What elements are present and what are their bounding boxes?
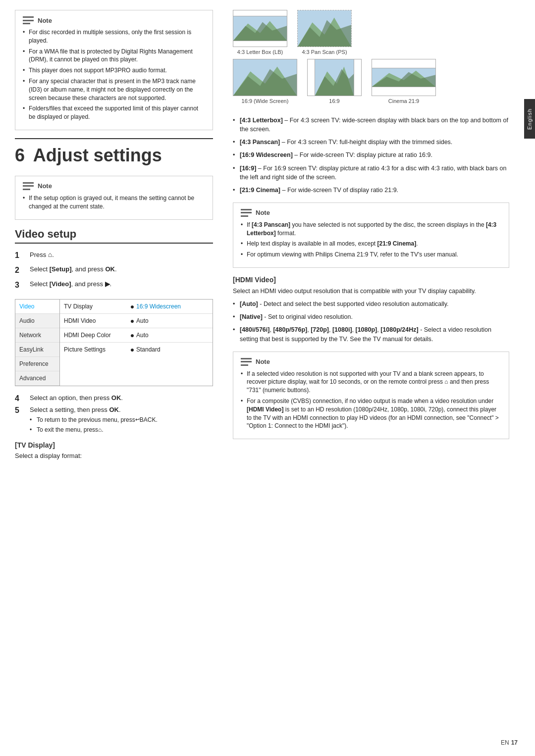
sidebar-item-easylink[interactable]: EasyLink — [15, 343, 59, 357]
display-options-list: [4:3 Letterbox] – For 4:3 screen TV: wid… — [233, 116, 509, 195]
tv-display-heading: [TV Display] — [15, 441, 213, 449]
step-3: 3 Select [Video], and press ▶. — [15, 279, 213, 291]
list-item: For optimum viewing with Philips Cinema … — [241, 251, 501, 259]
language-tab: English — [524, 99, 535, 139]
option-value: Auto — [136, 332, 209, 339]
option-row-hdmi-video: HDMI Video ● Auto — [60, 314, 213, 328]
step-1: 1 Press ⌂. — [15, 250, 213, 261]
image-row-1: 4:3 Letter Box (LB) 4:3 Pan Scan (PS) — [233, 10, 509, 55]
list-item: [16:9] – For 16:9 screen TV: display pic… — [233, 164, 509, 182]
note-icon-4 — [241, 358, 252, 366]
tv-display-desc: Select a display format: — [15, 452, 213, 459]
tv-image-169 — [307, 59, 362, 96]
top-note-label: Note — [38, 17, 52, 24]
image-169-label: 16:9 — [329, 98, 339, 104]
top-note-box: Note For disc recorded in multiple sessi… — [15, 10, 213, 130]
setup-note-list: If the setup option is grayed out, it me… — [23, 194, 205, 211]
post-step-4: 4 Select an option, then press OK. — [15, 394, 213, 403]
right-note-1-label: Note — [256, 209, 270, 216]
image-lb-label: 4:3 Letter Box (LB) — [237, 49, 283, 55]
setup-note-header: Note — [23, 182, 205, 190]
option-name: HDMI Video — [64, 317, 128, 324]
list-item: If [4:3 Panscan] you have selected is no… — [241, 221, 501, 238]
setup-table: Video Audio Network EasyLink Preference … — [15, 299, 213, 386]
note-icon — [23, 16, 34, 24]
sidebar-item-advanced[interactable]: Advanced — [15, 371, 59, 386]
tv-image-cinema — [372, 59, 436, 96]
right-note-1-list: If [4:3 Panscan] you have selected is no… — [241, 221, 501, 259]
hdmi-video-heading: [HDMI Video] — [233, 276, 509, 284]
top-note-list: For disc recorded in multiple sessions, … — [23, 28, 205, 121]
hdmi-video-desc: Select an HDMI video output resolution t… — [233, 287, 509, 296]
image-cinema-label: Cinema 21:9 — [388, 98, 419, 104]
sub-step-exit: To exit the menu, press ⌂ . — [30, 426, 158, 434]
note-icon-3 — [241, 209, 252, 217]
list-item: [4:3 Letterbox] – For 4:3 screen TV: wid… — [233, 116, 509, 134]
setup-note-label: Note — [38, 182, 52, 190]
setup-note-box: Note If the setup option is grayed out, … — [15, 176, 213, 220]
list-item: Help text display is available in all mo… — [241, 240, 501, 248]
list-item: This player does not support MP3PRO audi… — [23, 66, 205, 75]
image-row-2: 16:9 (Wide Screen) — [233, 59, 509, 104]
chapter-number: 6 — [15, 145, 25, 165]
sidebar-item-network[interactable]: Network — [15, 328, 59, 343]
option-dot: ● — [128, 346, 136, 353]
image-wide-label: 16:9 (Wide Screen) — [242, 98, 289, 104]
page-number: 17 — [511, 739, 518, 746]
post-steps-list: 4 Select an option, then press OK. 5 Sel… — [15, 394, 213, 437]
list-item: For any special character that is presen… — [23, 77, 205, 102]
sub-step-back: To return to the previous menu, press ↩ … — [30, 416, 158, 424]
sidebar-menu: Video Audio Network EasyLink Preference … — [15, 300, 60, 386]
right-note-1-header: Note — [241, 209, 501, 217]
option-dot: ● — [128, 317, 136, 325]
list-item: For disc recorded in multiple sessions, … — [23, 28, 205, 45]
option-rows: TV Display ● 16:9 Widescreen HDMI Video … — [60, 300, 213, 386]
right-note-2-header: Note — [241, 358, 501, 366]
sidebar-item-preference[interactable]: Preference — [15, 357, 59, 371]
option-dot: ● — [128, 302, 136, 310]
table-content: Video Audio Network EasyLink Preference … — [15, 300, 213, 386]
option-row-hdmi-deep-color: HDMI Deep Color ● Auto — [60, 328, 213, 343]
image-letterbox: 4:3 Letter Box (LB) — [233, 10, 287, 55]
sidebar-item-video[interactable]: Video — [15, 300, 59, 314]
image-ps-label: 4:3 Pan Scan (PS) — [302, 49, 347, 55]
sub-steps: To return to the previous menu, press ↩ … — [30, 416, 158, 435]
sidebar-item-audio[interactable]: Audio — [15, 314, 59, 328]
option-name: TV Display — [64, 303, 128, 310]
page-label: EN — [501, 739, 509, 746]
right-note-1: Note If [4:3 Panscan] you have selected … — [233, 202, 509, 268]
chapter-title: Adjust settings — [33, 145, 162, 165]
right-note-2: Note If a selected video resolution is n… — [233, 352, 509, 440]
image-widescreen: 16:9 (Wide Screen) — [233, 59, 297, 104]
option-value: 16:9 Widescreen — [136, 303, 209, 310]
list-item: [Native] - Set to original video resolut… — [233, 312, 509, 321]
tv-image-ps — [297, 10, 352, 47]
list-item: [Auto] - Detect and select the best supp… — [233, 300, 509, 308]
image-panscan: 4:3 Pan Scan (PS) — [297, 10, 352, 55]
option-value: Auto — [136, 317, 209, 324]
option-value: Standard — [136, 346, 209, 353]
chapter-heading: 6 Adjust settings — [15, 138, 213, 166]
list-item: For a composite (CVBS) connection, if no… — [241, 397, 501, 430]
option-name: HDMI Deep Color — [64, 332, 128, 339]
option-row-picture-settings: Picture Settings ● Standard — [60, 343, 213, 356]
list-item: For a WMA file that is protected by Digi… — [23, 48, 205, 64]
option-dot: ● — [128, 331, 136, 339]
option-row-tv-display: TV Display ● 16:9 Widescreen — [60, 300, 213, 314]
right-note-2-label: Note — [256, 358, 270, 365]
list-item: If the setup option is grayed out, it me… — [23, 194, 205, 211]
video-setup-heading: Video setup — [15, 228, 213, 244]
step-2: 2 Select [Setup], and press OK. — [15, 264, 213, 276]
option-name: Picture Settings — [64, 346, 128, 353]
list-item: [480i/576i], [480p/576p], [720p], [1080i… — [233, 325, 509, 343]
note-icon-2 — [23, 182, 34, 190]
tv-image-lb — [233, 10, 287, 47]
page-footer: EN 17 — [501, 739, 518, 746]
tv-display-images: 4:3 Letter Box (LB) 4:3 Pan Scan (PS) — [233, 10, 509, 108]
list-item: If a selected video resolution is not su… — [241, 370, 501, 395]
image-cinema: Cinema 21:9 — [372, 59, 436, 104]
list-item: [21:9 Cinema] – For wide-screen TV of di… — [233, 186, 509, 195]
language-label: English — [527, 108, 533, 129]
image-169: 16:9 — [307, 59, 362, 104]
top-note-header: Note — [23, 16, 205, 24]
